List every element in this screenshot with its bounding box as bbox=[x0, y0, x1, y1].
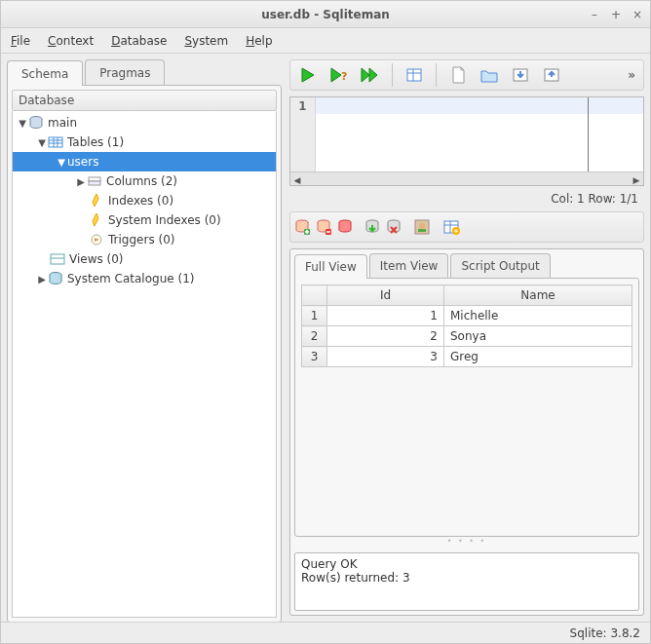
tree-label: Triggers (0) bbox=[108, 233, 174, 246]
tree-item-main[interactable]: ▼ main bbox=[13, 113, 276, 133]
tab-pragmas[interactable]: Pragmas bbox=[85, 59, 165, 85]
tree-label: Views (0) bbox=[69, 252, 124, 266]
h-scrollbar[interactable]: ◀ ▶ bbox=[290, 171, 643, 185]
new-file-button[interactable] bbox=[444, 61, 472, 89]
message-line: Row(s) returned: 3 bbox=[301, 571, 632, 585]
save-button[interactable] bbox=[507, 61, 534, 89]
tab-item-view[interactable]: Item View bbox=[369, 253, 449, 278]
message-output: Query OK Row(s) returned: 3 bbox=[294, 552, 639, 611]
tree-label: Columns (2) bbox=[106, 174, 177, 188]
left-panel: Schema Pragmas Database ▼ main ▼ bbox=[7, 59, 282, 616]
menu-system[interactable]: System bbox=[184, 34, 228, 48]
close-button[interactable]: × bbox=[631, 8, 644, 21]
svg-rect-1 bbox=[49, 137, 62, 147]
save-as-button[interactable] bbox=[538, 61, 565, 89]
tree-item-sysindexes[interactable]: System Indexes (0) bbox=[13, 210, 276, 230]
svg-text:?: ? bbox=[341, 70, 347, 83]
tab-schema[interactable]: Schema bbox=[7, 60, 83, 86]
main-window: user.db - Sqliteman – + × File Context D… bbox=[0, 0, 651, 644]
scroll-right-icon[interactable]: ▶ bbox=[630, 173, 643, 187]
right-panel: ? bbox=[289, 59, 644, 616]
tab-script-output[interactable]: Script Output bbox=[450, 253, 550, 278]
export-button[interactable] bbox=[442, 218, 460, 236]
tree-label: Indexes (0) bbox=[108, 194, 173, 208]
table-row[interactable]: 2 2 Sonya bbox=[302, 326, 632, 347]
run-script-button[interactable] bbox=[357, 61, 384, 89]
tree-item-columns[interactable]: ▶ Columns (2) bbox=[13, 171, 276, 191]
svg-rect-13 bbox=[407, 69, 421, 81]
titlebar: user.db - Sqliteman – + × bbox=[1, 1, 650, 28]
database-icon bbox=[28, 115, 44, 131]
trigger-icon bbox=[89, 232, 104, 247]
run-button[interactable] bbox=[294, 61, 322, 89]
table-row[interactable]: 1 1 Michelle bbox=[302, 306, 632, 326]
statusbar: Sqlite: 3.8.2 bbox=[1, 622, 650, 643]
maximize-button[interactable]: + bbox=[609, 8, 623, 21]
line-number: 1 bbox=[290, 99, 315, 113]
tree-item-tables[interactable]: ▼ Tables (1) bbox=[13, 133, 276, 152]
svg-rect-6 bbox=[89, 177, 100, 181]
menu-help[interactable]: Help bbox=[246, 34, 272, 48]
col-name[interactable]: Name bbox=[444, 285, 632, 306]
result-body: Id Name 1 1 Michelle 2 bbox=[294, 278, 639, 537]
toolbar-overflow[interactable]: » bbox=[628, 68, 639, 82]
table-row[interactable]: 3 3 Greg bbox=[302, 347, 632, 367]
tree-label: users bbox=[67, 155, 98, 169]
index-icon bbox=[89, 193, 104, 208]
run-explain-button[interactable]: ? bbox=[326, 61, 353, 89]
views-icon bbox=[50, 251, 65, 267]
tree-item-users[interactable]: ▼ users bbox=[13, 152, 276, 171]
tree-label: System Indexes (0) bbox=[108, 213, 221, 227]
tree-item-views[interactable]: Views (0) bbox=[13, 249, 276, 269]
tree-item-indexes[interactable]: Indexes (0) bbox=[13, 191, 276, 210]
tree-label: main bbox=[48, 116, 77, 130]
open-file-button[interactable] bbox=[476, 61, 503, 89]
remove-row-button[interactable] bbox=[316, 217, 331, 237]
catalogue-icon bbox=[48, 271, 63, 286]
result-panel: Full View Item View Script Output Id Nam… bbox=[289, 248, 644, 616]
menubar: File Context Database System Help bbox=[1, 28, 650, 54]
main-toolbar: ? bbox=[289, 59, 644, 91]
menu-database[interactable]: Database bbox=[111, 34, 167, 48]
svg-rect-9 bbox=[51, 254, 64, 264]
menu-context[interactable]: Context bbox=[48, 34, 94, 48]
columns-icon bbox=[87, 173, 102, 189]
sqlite-version: Sqlite: 3.8.2 bbox=[570, 626, 640, 640]
rollback-button[interactable] bbox=[386, 217, 402, 237]
sql-editor[interactable]: 1 ◀ ▶ bbox=[289, 96, 644, 186]
menu-file[interactable]: File bbox=[11, 34, 30, 48]
tree-label: Tables (1) bbox=[67, 135, 124, 149]
sql-gutter: 1 bbox=[290, 97, 316, 171]
create-view-button[interactable] bbox=[401, 61, 428, 89]
scroll-left-icon[interactable]: ◀ bbox=[290, 173, 304, 187]
splitter-handle[interactable]: • • • • bbox=[294, 537, 639, 547]
svg-point-26 bbox=[419, 223, 425, 229]
window-title: user.db - Sqliteman bbox=[261, 8, 390, 21]
blob-preview-button[interactable] bbox=[413, 218, 431, 236]
message-line: Query OK bbox=[301, 557, 632, 571]
tree-item-triggers[interactable]: Triggers (0) bbox=[13, 230, 276, 249]
index-icon bbox=[89, 212, 104, 228]
svg-rect-27 bbox=[418, 229, 426, 232]
tree-label: System Catalogue (1) bbox=[67, 272, 194, 285]
svg-rect-7 bbox=[89, 181, 100, 185]
table-icon bbox=[48, 134, 63, 150]
commit-button[interactable] bbox=[364, 217, 380, 237]
tree-body: ▼ main ▼ Tables (1) ▼ bbox=[12, 111, 277, 618]
tab-full-view[interactable]: Full View bbox=[294, 254, 367, 279]
truncate-button[interactable] bbox=[337, 217, 353, 237]
minimize-button[interactable]: – bbox=[588, 8, 601, 21]
add-row-button[interactable] bbox=[294, 217, 310, 237]
tree-item-syscat[interactable]: ▶ System Catalogue (1) bbox=[13, 269, 276, 288]
tree-header[interactable]: Database bbox=[12, 90, 277, 111]
tree-panel: Database ▼ main ▼ Tables (1) bbox=[7, 85, 282, 622]
result-toolbar bbox=[289, 211, 644, 243]
col-id[interactable]: Id bbox=[327, 285, 444, 306]
cursor-status: Col: 1 Row: 1/1 bbox=[289, 188, 644, 208]
result-table[interactable]: Id Name 1 1 Michelle 2 bbox=[301, 284, 632, 367]
